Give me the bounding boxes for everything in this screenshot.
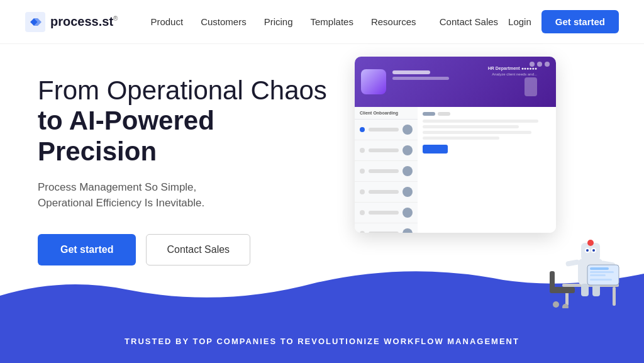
svg-rect-18 — [592, 284, 600, 296]
hero-buttons: Get started Contact Sales — [38, 234, 340, 265]
logo-icon — [25, 12, 45, 32]
mockup-header: HR Department ●●●●●● Analyze client need… — [355, 57, 556, 107]
mockup-avatar — [361, 69, 386, 94]
svg-point-13 — [592, 249, 595, 252]
svg-rect-20 — [590, 267, 609, 270]
svg-rect-15 — [565, 259, 580, 267]
nav-right: Contact Sales Login Get started — [440, 10, 619, 33]
hero-contact-sales-button[interactable]: Contact Sales — [146, 234, 250, 265]
svg-point-14 — [587, 240, 594, 246]
svg-point-12 — [586, 249, 589, 252]
svg-rect-23 — [590, 279, 612, 281]
hero-illustration: HR Department ●●●●●● Analyze client need… — [336, 57, 625, 296]
mockup-main — [418, 107, 556, 233]
nav-links: Product Customers Pricing Templates Reso… — [143, 11, 439, 32]
hero-section: From Operational Chaos to AI-Powered Pre… — [0, 44, 644, 308]
page-wrapper: process.st® Product Customers Pricing Te… — [0, 0, 644, 363]
logo-text: process.st® — [50, 14, 118, 29]
trust-bar: TRUSTED BY TOP COMPANIES TO REVOLUTIONIZ… — [0, 319, 644, 363]
hero-left: From Operational Chaos to AI-Powered Pre… — [38, 75, 340, 308]
logo[interactable]: process.st® — [25, 12, 118, 32]
hero-subtitle: Process Management So Simple, Operationa… — [38, 179, 340, 211]
svg-point-4 — [553, 301, 559, 308]
contact-sales-link[interactable]: Contact Sales — [440, 16, 498, 27]
nav-item-customers[interactable]: Customers — [193, 11, 254, 32]
nav-item-resources[interactable]: Resources — [364, 11, 424, 32]
svg-rect-17 — [581, 284, 589, 296]
svg-rect-3 — [613, 287, 616, 306]
nav-item-templates[interactable]: Templates — [303, 11, 361, 32]
navbar: process.st® Product Customers Pricing Te… — [0, 0, 644, 44]
hero-title: From Operational Chaos to AI-Powered Pre… — [38, 75, 340, 167]
login-link[interactable]: Login — [508, 16, 531, 27]
nav-item-pricing[interactable]: Pricing — [257, 11, 301, 32]
trust-text: TRUSTED BY TOP COMPANIES TO REVOLUTIONIZ… — [125, 337, 519, 346]
svg-rect-7 — [550, 271, 555, 290]
svg-rect-21 — [590, 271, 614, 273]
nav-item-product[interactable]: Product — [143, 11, 191, 32]
svg-rect-22 — [590, 274, 606, 276]
hero-get-started-button[interactable]: Get started — [38, 234, 136, 265]
app-mockup: HR Department ●●●●●● Analyze client need… — [355, 57, 556, 233]
nav-get-started-button[interactable]: Get started — [541, 10, 619, 33]
robot-illustration — [543, 211, 625, 308]
mockup-sidebar: Client Onboarding — [355, 107, 418, 233]
